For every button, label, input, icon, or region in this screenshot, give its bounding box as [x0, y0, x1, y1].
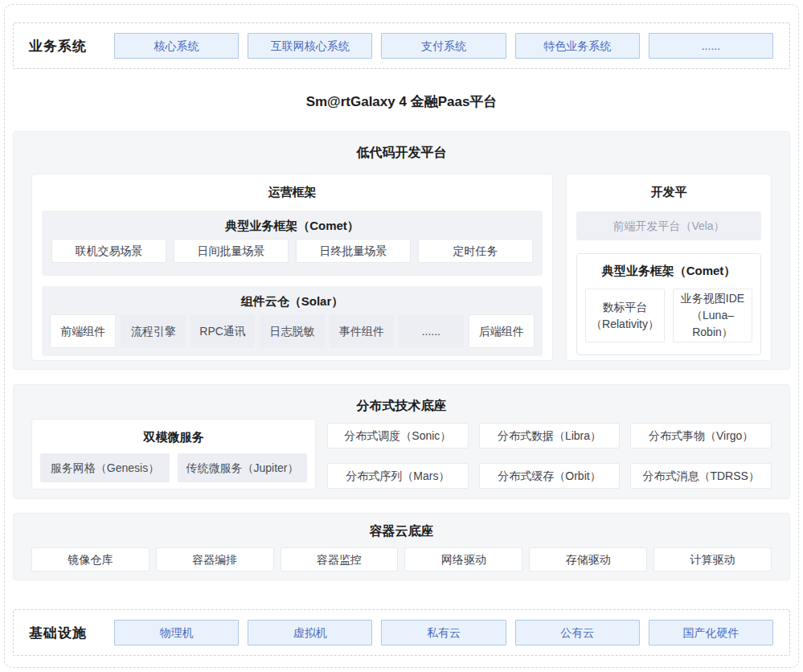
- solar-component-item: 流程引擎: [121, 314, 185, 348]
- business-systems-label: 业务系统: [29, 37, 114, 55]
- comet-scene-item: 日间批量场景: [174, 239, 289, 263]
- business-system-chip: 互联网核心系统: [248, 33, 372, 59]
- page-title: Sm@rtGalaxy 4 金融Paas平台: [0, 94, 803, 110]
- container-item: 容器监控: [281, 547, 399, 572]
- lowcode-section-title: 低代码开发平台: [14, 132, 789, 161]
- distributed-section-title: 分布式技术底座: [14, 385, 789, 414]
- solar-backend-item: 后端组件: [469, 314, 535, 348]
- container-item: 网络驱动: [404, 547, 522, 572]
- comet-scene-item: 定时任务: [418, 239, 533, 263]
- distributed-services-grid: 分布式调度（Sonic） 分布式数据（Libra） 分布式事物（Virgo） 分…: [327, 423, 772, 490]
- dev-comet-items: 数标平台 （Relativity） 业务视图IDE （Luna–Robin）: [577, 279, 760, 342]
- infrastructure-label: 基础设施: [29, 624, 114, 642]
- comet-scene-item: 日终批量场景: [296, 239, 411, 263]
- distributed-body: 双模微服务 服务网格（Genesis） 传统微服务（Jupiter） 分布式调度…: [14, 419, 789, 490]
- solar-frontend-item: 前端组件: [50, 314, 116, 348]
- container-item: 容器编排: [156, 547, 274, 572]
- solar-component-item: 日志脱敏: [260, 314, 324, 348]
- dual-mode-items: 服务网格（Genesis） 传统微服务（Jupiter）: [32, 445, 315, 482]
- distributed-service-item: 分布式序列（Mars）: [327, 463, 469, 489]
- dual-mode-title: 双模微服务: [32, 420, 315, 445]
- container-cloud-section: 容器云底座 镜像仓库 容器编排 容器监控 网络驱动 存储驱动 计算驱动: [13, 513, 790, 580]
- dev-platform-panel: 开发平 前端开发平台（Vela） 典型业务框架（Comet） 数标平台 （Rel…: [566, 174, 772, 361]
- solar-component-item: RPC通讯: [191, 314, 255, 348]
- infrastructure-chip: 虚拟机: [248, 620, 372, 645]
- business-system-chip: 核心系统: [114, 33, 239, 59]
- dev-comet-box: 典型业务框架（Comet） 数标平台 （Relativity） 业务视图IDE …: [576, 253, 761, 355]
- distributed-service-item: 分布式事物（Virgo）: [630, 423, 772, 449]
- dual-mode-panel: 双模微服务 服务网格（Genesis） 传统微服务（Jupiter）: [31, 419, 316, 490]
- comet-items-row: 联机交易场景 日间批量场景 日终批量场景 定时任务: [42, 239, 543, 276]
- dual-mode-item: 服务网格（Genesis）: [40, 453, 170, 482]
- distributed-service-item: 分布式数据（Libra）: [479, 423, 621, 449]
- solar-subpanel-title: 组件云仓（Solar）: [42, 286, 543, 314]
- solar-subpanel: 组件云仓（Solar） 前端组件 流程引擎 RPC通讯 日志脱敏: [42, 286, 543, 356]
- infrastructure-chip: 私有云: [381, 620, 506, 645]
- container-item: 存储驱动: [529, 547, 647, 572]
- infrastructure-items: 物理机 虚拟机 私有云 公有云 国产化硬件: [114, 620, 773, 645]
- distributed-service-item: 分布式缓存（Orbit）: [479, 463, 621, 489]
- dev-comet-item: 业务视图IDE （Luna–Robin）: [673, 289, 752, 342]
- business-systems-items: 核心系统 互联网核心系统 支付系统 特色业务系统 ......: [114, 33, 773, 59]
- business-system-chip: ......: [649, 33, 773, 59]
- solar-items-row: 前端组件 流程引擎 RPC通讯 日志脱敏 事件组件: [42, 314, 543, 356]
- distributed-section: 分布式技术底座 双模微服务 服务网格（Genesis） 传统微服务（Jupite…: [13, 384, 790, 499]
- comet-subpanel: 典型业务框架（Comet） 联机交易场景 日间批量场景 日终批量场景 定时任务: [42, 211, 543, 276]
- dev-platform-title: 开发平: [567, 174, 771, 200]
- lowcode-section: 低代码开发平台 运营框架 典型业务框架（Comet） 联机交易场景 日间批量场景…: [13, 131, 790, 370]
- container-items-row: 镜像仓库 容器编排 容器监控 网络驱动 存储驱动 计算驱动: [14, 547, 789, 572]
- distributed-service-item: 分布式调度（Sonic）: [327, 423, 469, 449]
- operation-framework-panel: 运营框架 典型业务框架（Comet） 联机交易场景 日间批量场景 日终批量场景 …: [31, 174, 553, 361]
- infrastructure-chip: 公有云: [515, 620, 640, 645]
- infrastructure-chip: 国产化硬件: [649, 620, 773, 645]
- distributed-service-item: 分布式消息（TDRSS）: [630, 463, 772, 489]
- container-item: 计算驱动: [653, 547, 772, 572]
- business-systems-strip: 业务系统 核心系统 互联网核心系统 支付系统 特色业务系统 ......: [13, 23, 790, 69]
- container-item: 镜像仓库: [31, 547, 150, 572]
- infrastructure-chip: 物理机: [114, 620, 239, 645]
- container-cloud-title: 容器云底座: [14, 514, 789, 539]
- comet-scene-item: 联机交易场景: [51, 239, 166, 263]
- operation-framework-title: 运营框架: [32, 174, 552, 200]
- infrastructure-strip: 基础设施 物理机 虚拟机 私有云 公有云 国产化硬件: [13, 609, 790, 656]
- solar-component-item: 事件组件: [330, 314, 394, 348]
- lowcode-body: 运营框架 典型业务框架（Comet） 联机交易场景 日间批量场景 日终批量场景 …: [14, 174, 789, 361]
- solar-component-item: ......: [399, 314, 463, 348]
- comet-subpanel-title: 典型业务框架（Comet）: [42, 211, 543, 239]
- architecture-diagram: 业务系统 核心系统 互联网核心系统 支付系统 特色业务系统 ...... Sm@…: [0, 0, 803, 672]
- business-system-chip: 支付系统: [381, 33, 506, 59]
- business-system-chip: 特色业务系统: [515, 33, 640, 59]
- dual-mode-item: 传统微服务（Jupiter）: [178, 453, 307, 482]
- dev-comet-title: 典型业务框架（Comet）: [577, 254, 760, 279]
- dev-comet-item: 数标平台 （Relativity）: [585, 289, 665, 342]
- vela-box: 前端开发平台（Vela）: [576, 211, 761, 240]
